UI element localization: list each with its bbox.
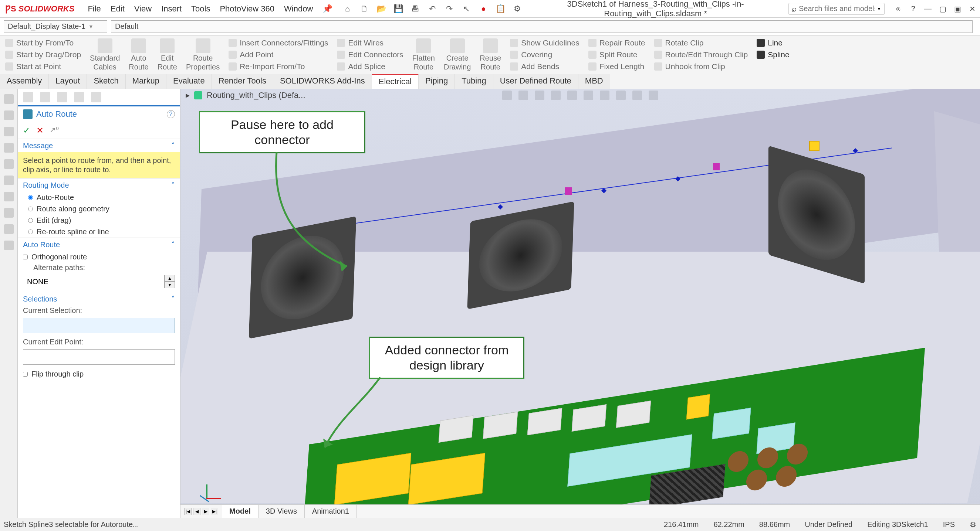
menu-view[interactable]: View [134,4,152,14]
cmd-auto-route[interactable]: AutoRoute [129,38,148,71]
cmd-reimport[interactable]: Re-Import From/To [229,62,328,71]
restore-icon[interactable]: ▢ [938,4,947,14]
cmd-reuse-route[interactable]: ReuseRoute [480,38,501,71]
home-icon[interactable]: ⌂ [342,4,352,14]
tab-tubing[interactable]: Tubing [455,74,493,89]
menu-photoview[interactable]: PhotoView 360 [220,4,274,14]
pm-tab-feature-icon[interactable] [23,92,33,102]
cmd-repair-route[interactable]: Repair Route [589,38,645,47]
current-edit-point-input[interactable] [23,349,175,365]
cmd-spline[interactable]: Spline [757,50,789,59]
alternate-paths-selector[interactable]: NONE ▲▼ [23,275,175,288]
tab-3d-views[interactable]: 3D Views [258,505,305,518]
radio-edit-drag[interactable]: Edit (drag) [18,215,180,226]
cmd-unhook-clip[interactable]: Unhook from Clip [654,62,748,71]
cmd-start-at-point[interactable]: Start at Point [5,62,81,71]
pm-tab-sensor-icon[interactable] [74,92,84,102]
cmd-split-route[interactable]: Split Route [589,50,645,59]
settings-gear-icon[interactable]: ⚙ [512,4,523,14]
configuration-dropdown[interactable]: Default [111,20,973,33]
tab-solidworks-addins[interactable]: SOLIDWORKS Add-Ins [273,74,372,89]
pm-tab-appearance-icon[interactable] [91,92,101,102]
last-frame-icon[interactable]: ▶| [211,508,218,515]
pm-selections-header[interactable]: Selections˄ [18,292,180,306]
print-icon[interactable]: 🖶 [410,4,420,14]
stepper-up-icon[interactable]: ▲ [165,275,175,282]
first-frame-icon[interactable]: |◀ [184,508,192,515]
tab-mbd[interactable]: MBD [578,74,610,89]
route-clip[interactable] [713,163,720,170]
cmd-fixed-length[interactable]: Fixed Length [589,62,645,71]
prev-frame-icon[interactable]: ◀ [193,508,200,515]
pm-message-header[interactable]: Message˄ [18,139,180,152]
cmd-edit-wires[interactable]: Edit Wires [337,38,403,47]
options-icon[interactable]: 📋 [495,4,506,14]
check-flip-input[interactable] [23,372,28,377]
cmd-standard-cables[interactable]: StandardCables [90,38,120,71]
cmd-line[interactable]: Line [757,38,789,47]
tab-piping[interactable]: Piping [418,74,455,89]
tab-assembly[interactable]: Assembly [0,74,49,89]
cmd-route-properties[interactable]: RouteProperties [186,38,220,71]
pm-tab-config-icon[interactable] [40,92,50,102]
pushpin-icon[interactable]: ↗⁰ [49,125,59,136]
cmd-start-drag-drop[interactable]: Start by Drag/Drop [5,50,81,59]
user-icon[interactable]: ⍟ [894,4,903,14]
pm-auto-route-header[interactable]: Auto Route˄ [18,238,180,251]
cancel-button[interactable]: ✕ [36,125,44,136]
close-icon[interactable]: ✕ [967,4,977,14]
current-selection-input[interactable] [23,318,175,333]
orientation-triad[interactable] [195,477,218,499]
next-frame-icon[interactable]: ▶ [202,508,209,515]
menu-tools[interactable]: Tools [191,4,210,14]
search-dropdown-icon[interactable]: ▼ [877,6,881,11]
3d-viewport[interactable]: ▸ Routing_with_Clips (Defa... ✓ ✕ [180,89,980,518]
radio-reroute[interactable]: Re-route spline or line [18,226,180,238]
tab-evaluate[interactable]: Evaluate [166,74,212,89]
ltool-5-icon[interactable] [4,159,14,169]
rebuild-icon[interactable]: ● [478,4,488,14]
cmd-add-splice[interactable]: Add Splice [337,62,403,71]
pm-help-icon[interactable]: ? [167,110,175,118]
help-icon[interactable]: ? [908,4,918,14]
cmd-edit-route[interactable]: EditRoute [158,38,177,71]
cmd-start-from-to[interactable]: Start by From/To [5,38,81,47]
radio-auto-route[interactable]: Auto-Route [18,192,180,203]
radio-reroute-input[interactable] [28,230,33,234]
check-orthogonal[interactable]: Orthogonal route [18,251,180,263]
cmd-add-bends[interactable]: Add Bends [510,62,579,71]
open-icon[interactable]: 📂 [376,4,387,14]
stepper-down-icon[interactable]: ▼ [165,282,175,288]
new-icon[interactable]: 🗋 [359,4,369,14]
ltool-10-icon[interactable] [4,241,14,250]
ltool-8-icon[interactable] [4,208,14,218]
ltool-3-icon[interactable] [4,127,14,136]
menu-file[interactable]: File [88,4,100,14]
search-input[interactable] [799,5,875,13]
route-connector-end[interactable] [809,141,819,151]
tab-model[interactable]: Model [222,505,258,518]
ltool-4-icon[interactable] [4,143,14,153]
status-gear-icon[interactable]: ⚙ [970,520,976,529]
maximize-icon[interactable]: ▣ [953,4,962,14]
status-units[interactable]: IPS [943,520,955,529]
cmd-show-guidelines[interactable]: Show Guidelines [510,38,579,47]
ok-button[interactable]: ✓ [23,125,30,136]
tab-render-tools[interactable]: Render Tools [212,74,273,89]
route-clip[interactable] [565,187,572,195]
cmd-flatten-route[interactable]: FlattenRoute [412,38,435,71]
tab-sketch[interactable]: Sketch [87,74,126,89]
menu-window[interactable]: Window [284,4,313,14]
ltool-7-icon[interactable] [4,192,14,201]
cmd-covering[interactable]: Covering [510,50,579,59]
menu-pin-icon[interactable]: 📌 [323,4,332,14]
cmd-rotate-clip[interactable]: Rotate Clip [654,38,748,47]
ltool-6-icon[interactable] [4,176,14,185]
cmd-insert-connectors[interactable]: Insert Connectors/Fittings [229,38,328,47]
check-flip-through-clip[interactable]: Flip through clip [18,368,180,380]
radio-auto-route-input[interactable] [28,195,33,200]
cmd-add-point[interactable]: Add Point [229,50,328,59]
radio-route-geom-input[interactable] [28,206,33,211]
ltool-2-icon[interactable] [4,111,14,120]
save-icon[interactable]: 💾 [393,4,404,14]
